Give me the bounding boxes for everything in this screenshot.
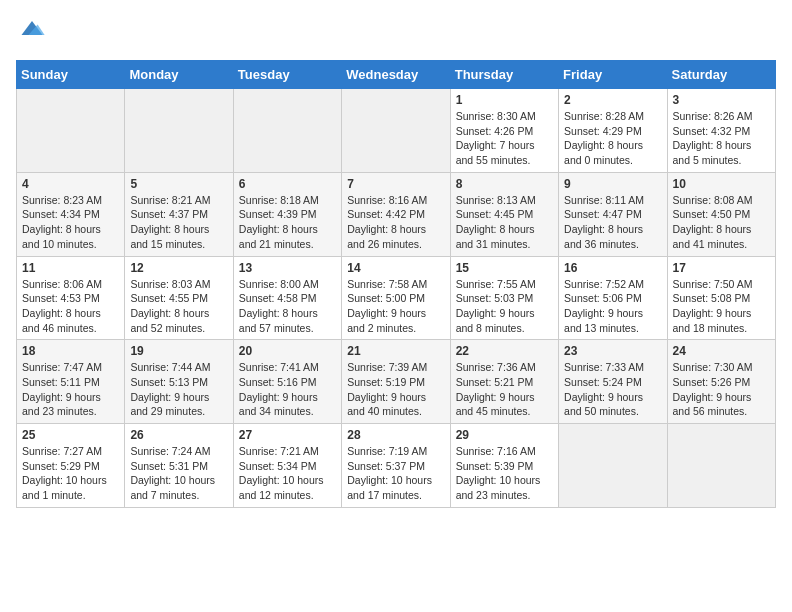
day-info: Sunrise: 8:21 AM Sunset: 4:37 PM Dayligh… <box>130 193 227 252</box>
day-number: 11 <box>22 261 119 275</box>
day-info: Sunrise: 7:33 AM Sunset: 5:24 PM Dayligh… <box>564 360 661 419</box>
day-info: Sunrise: 7:24 AM Sunset: 5:31 PM Dayligh… <box>130 444 227 503</box>
day-info: Sunrise: 7:55 AM Sunset: 5:03 PM Dayligh… <box>456 277 553 336</box>
calendar-cell: 28Sunrise: 7:19 AM Sunset: 5:37 PM Dayli… <box>342 424 450 508</box>
day-number: 14 <box>347 261 444 275</box>
day-number: 28 <box>347 428 444 442</box>
day-number: 5 <box>130 177 227 191</box>
day-number: 13 <box>239 261 336 275</box>
header-monday: Monday <box>125 61 233 89</box>
day-number: 12 <box>130 261 227 275</box>
header-saturday: Saturday <box>667 61 775 89</box>
day-info: Sunrise: 8:13 AM Sunset: 4:45 PM Dayligh… <box>456 193 553 252</box>
calendar-cell <box>233 89 341 173</box>
day-info: Sunrise: 8:00 AM Sunset: 4:58 PM Dayligh… <box>239 277 336 336</box>
day-number: 15 <box>456 261 553 275</box>
calendar-cell <box>667 424 775 508</box>
calendar-cell <box>125 89 233 173</box>
day-info: Sunrise: 7:21 AM Sunset: 5:34 PM Dayligh… <box>239 444 336 503</box>
day-info: Sunrise: 8:06 AM Sunset: 4:53 PM Dayligh… <box>22 277 119 336</box>
calendar-week-5: 25Sunrise: 7:27 AM Sunset: 5:29 PM Dayli… <box>17 424 776 508</box>
day-info: Sunrise: 8:11 AM Sunset: 4:47 PM Dayligh… <box>564 193 661 252</box>
day-info: Sunrise: 8:08 AM Sunset: 4:50 PM Dayligh… <box>673 193 770 252</box>
day-number: 10 <box>673 177 770 191</box>
calendar-cell <box>17 89 125 173</box>
day-number: 6 <box>239 177 336 191</box>
calendar-cell: 19Sunrise: 7:44 AM Sunset: 5:13 PM Dayli… <box>125 340 233 424</box>
calendar-cell: 10Sunrise: 8:08 AM Sunset: 4:50 PM Dayli… <box>667 172 775 256</box>
day-number: 18 <box>22 344 119 358</box>
calendar-cell: 2Sunrise: 8:28 AM Sunset: 4:29 PM Daylig… <box>559 89 667 173</box>
calendar-table: SundayMondayTuesdayWednesdayThursdayFrid… <box>16 60 776 508</box>
calendar-cell: 6Sunrise: 8:18 AM Sunset: 4:39 PM Daylig… <box>233 172 341 256</box>
day-info: Sunrise: 8:26 AM Sunset: 4:32 PM Dayligh… <box>673 109 770 168</box>
page-header <box>16 16 776 48</box>
calendar-cell <box>342 89 450 173</box>
day-info: Sunrise: 8:16 AM Sunset: 4:42 PM Dayligh… <box>347 193 444 252</box>
day-info: Sunrise: 8:18 AM Sunset: 4:39 PM Dayligh… <box>239 193 336 252</box>
calendar-cell: 21Sunrise: 7:39 AM Sunset: 5:19 PM Dayli… <box>342 340 450 424</box>
day-number: 17 <box>673 261 770 275</box>
day-info: Sunrise: 7:52 AM Sunset: 5:06 PM Dayligh… <box>564 277 661 336</box>
day-info: Sunrise: 7:58 AM Sunset: 5:00 PM Dayligh… <box>347 277 444 336</box>
calendar-cell: 22Sunrise: 7:36 AM Sunset: 5:21 PM Dayli… <box>450 340 558 424</box>
day-info: Sunrise: 8:30 AM Sunset: 4:26 PM Dayligh… <box>456 109 553 168</box>
day-number: 3 <box>673 93 770 107</box>
header-tuesday: Tuesday <box>233 61 341 89</box>
calendar-cell: 27Sunrise: 7:21 AM Sunset: 5:34 PM Dayli… <box>233 424 341 508</box>
header-wednesday: Wednesday <box>342 61 450 89</box>
calendar-cell: 26Sunrise: 7:24 AM Sunset: 5:31 PM Dayli… <box>125 424 233 508</box>
day-info: Sunrise: 7:47 AM Sunset: 5:11 PM Dayligh… <box>22 360 119 419</box>
calendar-header-row: SundayMondayTuesdayWednesdayThursdayFrid… <box>17 61 776 89</box>
calendar-cell: 29Sunrise: 7:16 AM Sunset: 5:39 PM Dayli… <box>450 424 558 508</box>
calendar-cell: 20Sunrise: 7:41 AM Sunset: 5:16 PM Dayli… <box>233 340 341 424</box>
header-friday: Friday <box>559 61 667 89</box>
calendar-cell: 8Sunrise: 8:13 AM Sunset: 4:45 PM Daylig… <box>450 172 558 256</box>
day-info: Sunrise: 7:50 AM Sunset: 5:08 PM Dayligh… <box>673 277 770 336</box>
header-sunday: Sunday <box>17 61 125 89</box>
calendar-cell: 12Sunrise: 8:03 AM Sunset: 4:55 PM Dayli… <box>125 256 233 340</box>
day-info: Sunrise: 7:19 AM Sunset: 5:37 PM Dayligh… <box>347 444 444 503</box>
day-info: Sunrise: 7:41 AM Sunset: 5:16 PM Dayligh… <box>239 360 336 419</box>
day-number: 4 <box>22 177 119 191</box>
calendar-cell <box>559 424 667 508</box>
day-info: Sunrise: 8:23 AM Sunset: 4:34 PM Dayligh… <box>22 193 119 252</box>
calendar-week-1: 1Sunrise: 8:30 AM Sunset: 4:26 PM Daylig… <box>17 89 776 173</box>
calendar-cell: 18Sunrise: 7:47 AM Sunset: 5:11 PM Dayli… <box>17 340 125 424</box>
calendar-cell: 7Sunrise: 8:16 AM Sunset: 4:42 PM Daylig… <box>342 172 450 256</box>
day-number: 23 <box>564 344 661 358</box>
day-info: Sunrise: 8:28 AM Sunset: 4:29 PM Dayligh… <box>564 109 661 168</box>
day-number: 27 <box>239 428 336 442</box>
day-number: 22 <box>456 344 553 358</box>
day-number: 8 <box>456 177 553 191</box>
calendar-cell: 14Sunrise: 7:58 AM Sunset: 5:00 PM Dayli… <box>342 256 450 340</box>
calendar-week-2: 4Sunrise: 8:23 AM Sunset: 4:34 PM Daylig… <box>17 172 776 256</box>
day-number: 25 <box>22 428 119 442</box>
day-number: 1 <box>456 93 553 107</box>
day-info: Sunrise: 7:27 AM Sunset: 5:29 PM Dayligh… <box>22 444 119 503</box>
day-info: Sunrise: 7:44 AM Sunset: 5:13 PM Dayligh… <box>130 360 227 419</box>
day-info: Sunrise: 7:36 AM Sunset: 5:21 PM Dayligh… <box>456 360 553 419</box>
day-number: 16 <box>564 261 661 275</box>
day-number: 2 <box>564 93 661 107</box>
calendar-cell: 1Sunrise: 8:30 AM Sunset: 4:26 PM Daylig… <box>450 89 558 173</box>
day-info: Sunrise: 7:39 AM Sunset: 5:19 PM Dayligh… <box>347 360 444 419</box>
day-number: 26 <box>130 428 227 442</box>
day-number: 19 <box>130 344 227 358</box>
calendar-cell: 4Sunrise: 8:23 AM Sunset: 4:34 PM Daylig… <box>17 172 125 256</box>
calendar-cell: 9Sunrise: 8:11 AM Sunset: 4:47 PM Daylig… <box>559 172 667 256</box>
day-info: Sunrise: 7:16 AM Sunset: 5:39 PM Dayligh… <box>456 444 553 503</box>
day-number: 29 <box>456 428 553 442</box>
day-info: Sunrise: 7:30 AM Sunset: 5:26 PM Dayligh… <box>673 360 770 419</box>
calendar-cell: 16Sunrise: 7:52 AM Sunset: 5:06 PM Dayli… <box>559 256 667 340</box>
calendar-cell: 11Sunrise: 8:06 AM Sunset: 4:53 PM Dayli… <box>17 256 125 340</box>
logo <box>16 16 46 48</box>
header-thursday: Thursday <box>450 61 558 89</box>
calendar-cell: 13Sunrise: 8:00 AM Sunset: 4:58 PM Dayli… <box>233 256 341 340</box>
day-number: 9 <box>564 177 661 191</box>
calendar-cell: 24Sunrise: 7:30 AM Sunset: 5:26 PM Dayli… <box>667 340 775 424</box>
calendar-cell: 3Sunrise: 8:26 AM Sunset: 4:32 PM Daylig… <box>667 89 775 173</box>
calendar-week-3: 11Sunrise: 8:06 AM Sunset: 4:53 PM Dayli… <box>17 256 776 340</box>
calendar-cell: 25Sunrise: 7:27 AM Sunset: 5:29 PM Dayli… <box>17 424 125 508</box>
day-number: 21 <box>347 344 444 358</box>
